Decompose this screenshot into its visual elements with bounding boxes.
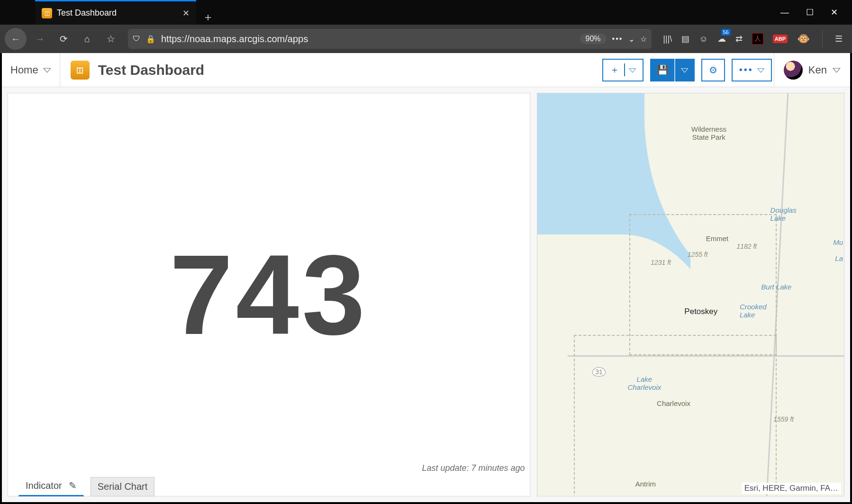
- home-label: Home: [10, 64, 38, 76]
- map-label-crooked-lake: Crooked Lake: [740, 303, 768, 319]
- window-controls: — ☐ ✕: [766, 0, 852, 25]
- tab-close-icon[interactable]: ✕: [182, 8, 190, 18]
- nav-back-icon[interactable]: ←: [5, 28, 27, 50]
- window-titlebar: Test Dashboard ✕ ＋ — ☐ ✕: [0, 0, 852, 25]
- browser-navbar: ← → ⟳ ⌂ ☆ 🛡 🔒 https://noaa.maps.arcgis.c…: [0, 25, 852, 53]
- browser-tab-active[interactable]: Test Dashboard ✕: [35, 0, 196, 25]
- tracking-shield-icon[interactable]: 🛡: [133, 35, 140, 43]
- indicator-body: 743: [8, 93, 530, 496]
- dashboard-logo-icon: ◫: [71, 61, 90, 80]
- tab-strip: Test Dashboard ✕ ＋: [0, 0, 766, 25]
- home-dropdown[interactable]: Home ▽: [2, 53, 60, 87]
- map-attribution: Esri, HERE, Garmin, FA…: [742, 483, 841, 494]
- tab-title: Test Dashboard: [57, 8, 117, 18]
- brand: ◫ Test Dashboard: [60, 61, 215, 80]
- zoom-level[interactable]: 90%: [580, 34, 607, 44]
- chevron-down-icon: ▽: [757, 66, 764, 73]
- tab-label: Indicator: [26, 480, 62, 491]
- map-label-petoskey: Petoskey: [684, 307, 717, 316]
- library-icon[interactable]: |||\: [663, 34, 672, 44]
- edit-icon[interactable]: ✎: [69, 480, 77, 491]
- more-options-button[interactable]: ••• ▽: [732, 59, 772, 81]
- new-tab-button[interactable]: ＋: [196, 9, 220, 25]
- settings-button[interactable]: ⚙: [701, 59, 725, 81]
- window-close-icon[interactable]: ✕: [831, 7, 838, 18]
- map-canvas[interactable]: Wilderness State Park Emmet Petoskey Cha…: [537, 93, 844, 496]
- map-label-antrim: Antrim: [635, 480, 656, 488]
- lock-icon[interactable]: 🔒: [146, 35, 155, 44]
- nav-reload-icon[interactable]: ⟳: [53, 28, 74, 49]
- app-root: Home ▽ ◫ Test Dashboard ＋ ▽ 💾 ▽ ⚙ ••• ▽: [0, 53, 852, 504]
- nav-forward-icon[interactable]: →: [29, 28, 50, 49]
- map-label-douglas-lake: Douglas Lake: [770, 206, 799, 222]
- chevron-down-icon: ▽: [43, 66, 51, 74]
- header-actions: ＋ ▽ 💾 ▽ ⚙ ••• ▽: [602, 59, 774, 81]
- gear-icon: ⚙: [709, 64, 717, 76]
- tab-label: Serial Chart: [98, 481, 148, 492]
- map-label-mullet-lake-cut: Mu: [833, 238, 843, 246]
- save-button[interactable]: 💾 ▽: [650, 59, 695, 81]
- sync-ext-icon[interactable]: ⇄: [735, 34, 743, 44]
- tab-serial-chart[interactable]: Serial Chart: [91, 477, 155, 496]
- map-label-lake-charlevoix: Lake Charlevoix: [623, 375, 666, 391]
- indicator-value: 743: [170, 229, 368, 360]
- map-elev-1231: 1231 ft: [651, 259, 671, 266]
- map-label-wilderness: Wilderness State Park: [688, 126, 730, 141]
- toolbar-separator: [822, 30, 823, 47]
- plus-icon: ＋: [610, 63, 625, 76]
- map-label-charlevoix: Charlevoix: [657, 399, 690, 407]
- map-elev-1182: 1182 ft: [736, 243, 757, 250]
- page-actions-icon[interactable]: •••: [612, 35, 623, 43]
- pocket-icon[interactable]: ⌄: [628, 35, 634, 44]
- save-icon: 💾: [657, 64, 669, 76]
- abp-ext-icon[interactable]: ABP: [773, 35, 788, 43]
- panel-tabs: Indicator ✎ Serial Chart: [18, 476, 154, 496]
- ellipsis-icon: •••: [739, 64, 753, 75]
- map-county-border: [574, 335, 776, 496]
- app-header: Home ▽ ◫ Test Dashboard ＋ ▽ 💾 ▽ ⚙ ••• ▽: [2, 53, 850, 87]
- map-label-emmet: Emmet: [706, 234, 729, 243]
- map-panel[interactable]: Wilderness State Park Emmet Petoskey Cha…: [537, 93, 844, 496]
- map-road-shield-31: 31: [592, 367, 606, 377]
- map-elev-1255: 1255 ft: [688, 251, 708, 258]
- nav-bookmark-icon[interactable]: ☆: [100, 28, 121, 49]
- tab-favicon-icon: [42, 8, 52, 18]
- page-title: Test Dashboard: [98, 62, 205, 78]
- reader-icon[interactable]: ▤: [681, 34, 689, 44]
- map-elev-1559: 1559 ft: [773, 415, 794, 423]
- chevron-down-icon: ▽: [833, 66, 841, 74]
- workspace: 743 Last update: 7 minutes ago Indicator…: [2, 87, 850, 502]
- pdf-ext-icon[interactable]: 人: [752, 33, 763, 45]
- indicator-panel[interactable]: 743 Last update: 7 minutes ago Indicator…: [8, 93, 530, 496]
- map-county-border: [629, 214, 777, 355]
- avatar: [784, 61, 803, 80]
- window-maximize-icon[interactable]: ☐: [806, 7, 814, 18]
- hamburger-menu-icon[interactable]: ☰: [835, 34, 843, 44]
- last-update-text: Last update: 7 minutes ago: [422, 463, 525, 473]
- url-bar[interactable]: 🛡 🔒 https://noaa.maps.arcgis.com/apps 90…: [128, 29, 652, 49]
- chevron-down-icon: ▽: [629, 66, 636, 73]
- add-element-button[interactable]: ＋ ▽: [602, 59, 644, 81]
- tab-indicator[interactable]: Indicator ✎: [18, 476, 84, 496]
- browser-chrome: Test Dashboard ✕ ＋ — ☐ ✕ ← → ⟳ ⌂ ☆ 🛡 🔒 h…: [0, 0, 852, 53]
- user-name: Ken: [808, 64, 827, 76]
- star-icon[interactable]: ☆: [640, 35, 647, 44]
- tampermonkey-ext-icon[interactable]: 🐵: [797, 33, 810, 45]
- map-label-mullet-lake-cut2: La: [835, 254, 843, 262]
- user-menu[interactable]: Ken ▽: [774, 53, 850, 87]
- chevron-down-icon: ▽: [681, 66, 688, 73]
- map-label-burt-lake: Burt Lake: [761, 283, 791, 291]
- nav-home-icon[interactable]: ⌂: [77, 28, 98, 49]
- weather-ext-icon[interactable]: ☁56: [717, 34, 726, 44]
- account-icon[interactable]: ☺: [699, 34, 707, 44]
- url-text: https://noaa.maps.arcgis.com/apps: [161, 34, 574, 45]
- toolbar-extensions: |||\ ▤ ☺ ☁56 ⇄ 人 ABP 🐵 ☰: [658, 30, 847, 47]
- window-minimize-icon[interactable]: —: [780, 8, 789, 18]
